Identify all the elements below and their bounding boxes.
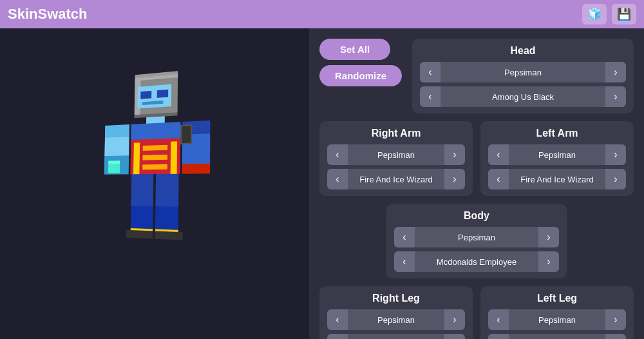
right-arm-row2-prev[interactable]: ‹ (327, 169, 348, 189)
right-arm-row1-prev[interactable]: ‹ (327, 144, 348, 165)
head-row2-label: Among Us Black (440, 92, 605, 102)
left-arm-row2-label: Fire And Ice Wizard (509, 175, 605, 184)
body-row1-label: Pepsiman (415, 233, 538, 242)
svg-rect-14 (171, 141, 177, 174)
left-leg-row2-prev[interactable]: ‹ (488, 334, 509, 339)
svg-rect-5 (157, 90, 169, 98)
arms-row: Right Arm ‹ Pepsiman › ‹ Fire And Ice Wi… (319, 121, 634, 196)
left-leg-row1-next[interactable]: › (605, 309, 626, 330)
head-title: Head (420, 45, 626, 57)
left-arm-row2-next[interactable]: › (605, 169, 626, 189)
main: Set All Randomize Head ‹ Pepsiman › ‹ Am… (0, 28, 644, 339)
svg-rect-22 (108, 160, 120, 164)
left-arm-row1-prev[interactable]: ‹ (488, 144, 509, 165)
left-arm-row1-label: Pepsiman (509, 150, 605, 160)
head-row1-next[interactable]: › (605, 62, 626, 82)
right-leg-row2-prev[interactable]: ‹ (327, 334, 348, 339)
body-row2-next[interactable]: › (538, 251, 559, 272)
controls-panel: Set All Randomize Head ‹ Pepsiman › ‹ Am… (309, 28, 644, 339)
body-section: Body ‹ Pepsiman › ‹ Mcdonalds Employee › (386, 204, 567, 278)
header-buttons: 🧊 💾 (582, 4, 636, 24)
right-arm-row2-next[interactable]: › (444, 169, 465, 189)
svg-rect-35 (182, 126, 191, 143)
body-row2-label: Mcdonalds Employee (415, 257, 538, 267)
svg-rect-33 (155, 231, 183, 240)
head-row2-prev[interactable]: ‹ (420, 86, 440, 107)
skin-character (93, 61, 220, 312)
body-row: Body ‹ Pepsiman › ‹ Mcdonalds Employee › (319, 204, 634, 278)
left-leg-row1-label: Pepsiman (509, 315, 605, 325)
svg-rect-17 (142, 164, 167, 170)
right-leg-row1-label: Pepsiman (348, 315, 444, 325)
body-title: Body (394, 210, 559, 222)
left-arm-title: Left Arm (488, 128, 626, 139)
cube-button[interactable]: 🧊 (582, 4, 607, 24)
header: SkinSwatch 🧊 💾 (0, 0, 644, 28)
svg-rect-13 (133, 142, 140, 174)
right-leg-row-1: ‹ Pepsiman › (327, 309, 465, 330)
svg-rect-25 (182, 164, 210, 174)
head-row-1: ‹ Pepsiman › (420, 62, 626, 82)
right-arm-row1-label: Pepsiman (348, 150, 444, 160)
save-icon: 💾 (617, 7, 631, 21)
left-leg-row-1: ‹ Pepsiman › (488, 309, 626, 330)
head-section: Head ‹ Pepsiman › ‹ Among Us Black › (412, 39, 634, 113)
svg-rect-4 (140, 91, 151, 99)
left-arm-section: Left Arm ‹ Pepsiman › ‹ Fire And Ice Wiz… (480, 121, 634, 196)
body-row-1: ‹ Pepsiman › (394, 227, 559, 247)
head-row2-next[interactable]: › (605, 86, 626, 107)
right-leg-section: Right Leg ‹ Pepsiman › ‹ Golden Warrior … (319, 286, 473, 339)
right-arm-row2-label: Fire And Ice Wizard (348, 175, 444, 184)
left-arm-row-2: ‹ Fire And Ice Wizard › (488, 169, 626, 189)
body-row1-prev[interactable]: ‹ (394, 227, 415, 247)
head-row-2: ‹ Among Us Black › (420, 86, 626, 107)
left-leg-row2-next[interactable]: › (605, 334, 626, 339)
right-arm-row1-next[interactable]: › (444, 144, 465, 165)
left-leg-row1-prev[interactable]: ‹ (488, 309, 509, 330)
left-arm-row1-next[interactable]: › (605, 144, 626, 165)
left-leg-section: Left Leg ‹ Pepsiman › ‹ Golden Warrior › (480, 286, 634, 339)
right-leg-row1-next[interactable]: › (444, 309, 465, 330)
left-leg-title: Left Leg (488, 293, 626, 304)
svg-rect-29 (126, 230, 153, 239)
skin-preview (0, 28, 309, 339)
svg-rect-11 (131, 122, 180, 140)
svg-rect-15 (143, 145, 168, 151)
right-arm-section: Right Arm ‹ Pepsiman › ‹ Fire And Ice Wi… (319, 121, 473, 196)
top-buttons: Set All Randomize (319, 39, 402, 86)
left-arm-row-1: ‹ Pepsiman › (488, 144, 626, 165)
body-row2-prev[interactable]: ‹ (394, 251, 415, 272)
svg-rect-19 (105, 124, 129, 138)
save-button[interactable]: 💾 (612, 4, 636, 24)
svg-rect-9 (146, 116, 165, 123)
right-leg-row-2: ‹ Golden Warrior › (327, 334, 465, 339)
head-row1-prev[interactable]: ‹ (420, 62, 440, 82)
app-title: SkinSwatch (8, 6, 87, 23)
body-row-2: ‹ Mcdonalds Employee › (394, 251, 559, 272)
right-arm-title: Right Arm (327, 128, 465, 139)
right-arm-row-2: ‹ Fire And Ice Wizard › (327, 169, 465, 189)
set-all-button[interactable]: Set All (319, 39, 390, 60)
head-row1-label: Pepsiman (440, 68, 605, 77)
left-arm-row2-prev[interactable]: ‹ (488, 169, 509, 189)
legs-row: Right Leg ‹ Pepsiman › ‹ Golden Warrior … (319, 286, 634, 339)
left-leg-row-2: ‹ Golden Warrior › (488, 334, 626, 339)
body-row1-next[interactable]: › (538, 227, 559, 247)
right-leg-row2-next[interactable]: › (444, 334, 465, 339)
svg-rect-16 (142, 155, 167, 160)
right-leg-title: Right Leg (327, 293, 465, 304)
cube-icon: 🧊 (587, 7, 601, 21)
right-arm-row-1: ‹ Pepsiman › (327, 144, 465, 165)
randomize-button[interactable]: Randomize (319, 65, 402, 86)
right-leg-row1-prev[interactable]: ‹ (327, 309, 348, 330)
